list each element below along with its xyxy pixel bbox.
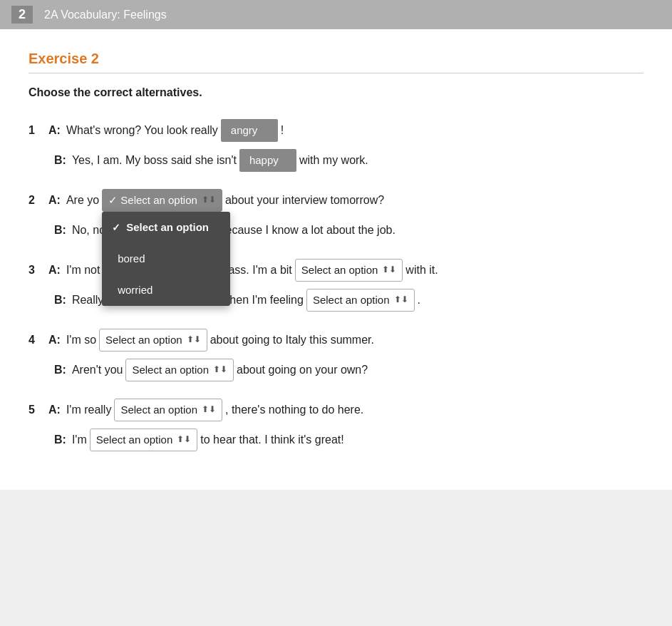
- q2a-worried-label: worried: [118, 282, 153, 299]
- q2a-option-select-label: Select an option: [126, 219, 209, 236]
- q2a-dropdown-container[interactable]: ✓ Select an option ⬆⬇ ✓ Select an option…: [102, 189, 222, 212]
- q3a-arrow-icon: ⬆⬇: [382, 263, 396, 277]
- q4b-select-label: Select an option: [132, 361, 209, 379]
- q2a-select-label: ✓ Select an option: [108, 192, 197, 209]
- q2a-bored-label: bored: [118, 250, 145, 267]
- q5a-select[interactable]: Select an option ⬆⬇: [114, 399, 222, 421]
- main-content: Exercise 2 Choose the correct alternativ…: [0, 29, 672, 490]
- q3a-select-label: Select an option: [301, 262, 378, 279]
- q2-number: 2: [29, 191, 43, 210]
- q2a-text1: Are yo: [66, 191, 99, 210]
- q4b-text1: Aren't you: [72, 361, 123, 379]
- header-number: 2: [11, 6, 33, 24]
- q4b-select[interactable]: Select an option ⬆⬇: [125, 359, 234, 381]
- q3-number: 3: [29, 261, 43, 279]
- q2a-option-worried[interactable]: worried: [102, 274, 230, 306]
- question-1-line-a: 1 A: What's wrong? You look really angry…: [29, 119, 643, 142]
- q5a-arrow-icon: ⬆⬇: [202, 403, 216, 416]
- q4-number: 4: [29, 331, 43, 349]
- q4a-text1: I'm so: [66, 331, 96, 349]
- q3a-select[interactable]: Select an option ⬆⬇: [295, 259, 403, 282]
- q2a-select[interactable]: ✓ Select an option ⬆⬇: [102, 189, 222, 212]
- q5a-text2: , there's nothing to do here.: [225, 401, 363, 419]
- question-2: 2 A: Are yo ✓ Select an option ⬆⬇ ✓ Sele…: [29, 189, 643, 242]
- q5-number: 5: [29, 401, 43, 419]
- divider: [29, 73, 643, 73]
- q3b-text2: .: [418, 291, 420, 309]
- q1a-text1: What's wrong? You look really: [66, 121, 218, 140]
- q3b-select[interactable]: Select an option ⬆⬇: [306, 289, 415, 312]
- q2a-option-bored[interactable]: bored: [102, 243, 230, 274]
- header-bar: 2 2A Vocabulary: Feelings: [0, 0, 672, 29]
- q2a-check-icon: ✓: [112, 220, 120, 235]
- q2a-option-select[interactable]: ✓ Select an option: [102, 212, 230, 243]
- q2b-text2: because I know a lot about the job.: [219, 221, 396, 240]
- q4a-select-label: Select an option: [105, 332, 182, 349]
- q4a-arrow-icon: ⬆⬇: [187, 333, 201, 347]
- q1a-answer: angry: [221, 119, 278, 142]
- q1-number: 1: [29, 121, 43, 140]
- q2b-speaker: B:: [54, 221, 66, 240]
- question-4-line-b: B: Aren't you Select an option ⬆⬇ about …: [54, 359, 643, 381]
- q4a-select[interactable]: Select an option ⬆⬇: [99, 329, 207, 352]
- q2b-text1: No, no: [72, 221, 105, 240]
- q1b-speaker: B:: [54, 151, 66, 170]
- q5a-text1: I'm really: [66, 401, 112, 419]
- q2a-text2: about your interview tomorrow?: [225, 191, 384, 210]
- question-5: 5 A: I'm really Select an option ⬆⬇ , th…: [29, 399, 643, 451]
- exercise-title: Exercise 2: [29, 51, 643, 67]
- question-4: 4 A: I'm so Select an option ⬆⬇ about go…: [29, 329, 643, 381]
- question-2-line-a: 2 A: Are yo ✓ Select an option ⬆⬇ ✓ Sele…: [29, 189, 643, 212]
- question-1: 1 A: What's wrong? You look really angry…: [29, 119, 643, 172]
- q5b-text1: I'm: [72, 431, 87, 449]
- header-title: 2A Vocabulary: Feelings: [44, 9, 167, 21]
- instructions: Choose the correct alternatives.: [29, 86, 643, 99]
- question-5-line-b: B: I'm Select an option ⬆⬇ to hear that.…: [54, 429, 643, 451]
- q2a-arrow-icon: ⬆⬇: [202, 193, 216, 207]
- q4b-text2: about going on your own?: [237, 361, 368, 379]
- q5b-text2: to hear that. I think it's great!: [200, 431, 343, 449]
- q4a-text2: about going to Italy this summer.: [210, 331, 374, 349]
- q5b-arrow-icon: ⬆⬇: [177, 433, 191, 446]
- q3b-speaker: B:: [54, 291, 66, 309]
- q1b-answer: happy: [239, 149, 296, 172]
- q2a-speaker: A:: [48, 191, 61, 210]
- question-4-line-a: 4 A: I'm so Select an option ⬆⬇ about go…: [29, 329, 643, 352]
- q1b-text2: with my work.: [299, 151, 368, 170]
- q1b-text1: Yes, I am. My boss said she isn't: [72, 151, 237, 170]
- question-1-line-b: B: Yes, I am. My boss said she isn't hap…: [54, 149, 643, 172]
- question-5-line-a: 5 A: I'm really Select an option ⬆⬇ , th…: [29, 399, 643, 421]
- q3a-text2: with it.: [405, 261, 438, 279]
- q5a-select-label: Select an option: [120, 401, 197, 419]
- q2a-dropdown-menu[interactable]: ✓ Select an option bored worried: [102, 212, 230, 306]
- q1a-speaker: A:: [48, 121, 61, 140]
- q1a-text2: !: [281, 121, 284, 140]
- q5a-speaker: A:: [48, 401, 61, 419]
- q4a-speaker: A:: [48, 331, 61, 349]
- q3b-select-label: Select an option: [313, 292, 390, 309]
- q3b-arrow-icon: ⬆⬇: [394, 293, 408, 307]
- q5b-select[interactable]: Select an option ⬆⬇: [90, 429, 198, 451]
- q4b-speaker: B:: [54, 361, 66, 379]
- q4b-arrow-icon: ⬆⬇: [213, 363, 227, 376]
- q3a-speaker: A:: [48, 261, 61, 279]
- q5b-speaker: B:: [54, 431, 66, 449]
- q5b-select-label: Select an option: [96, 431, 173, 448]
